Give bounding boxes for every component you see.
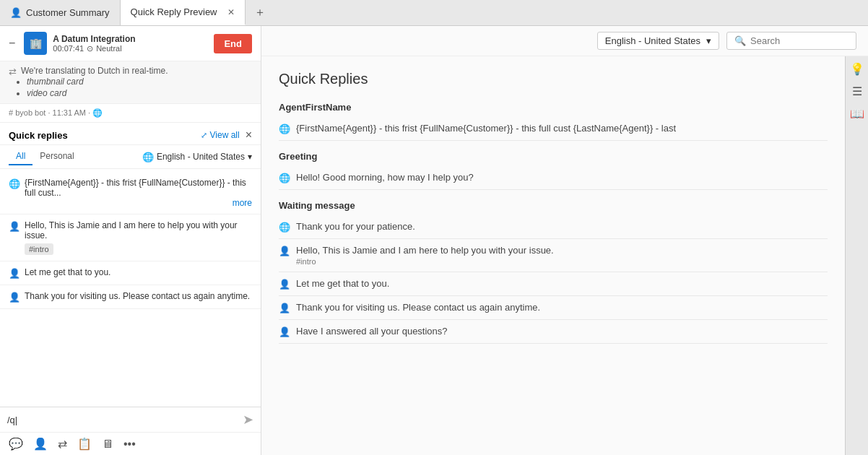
person-item-icon: 👤 <box>9 221 20 232</box>
search-input[interactable] <box>750 35 849 46</box>
globe-item-icon: 🌐 <box>9 178 20 189</box>
qr-item-text: 👤 Hello, This is Jamie and I am here to … <box>9 220 252 255</box>
qr-item[interactable]: 🌐 {FirstName{Agent}} - this frist {FullN… <box>0 172 261 214</box>
tab-customer-summary[interactable]: 👤 Customer Summary <box>0 0 121 25</box>
person-icon: 👤 <box>279 246 290 256</box>
qr-item[interactable]: 👤 Let me get that to you. <box>0 261 261 285</box>
chat-input-area: ➤ <box>0 407 261 432</box>
qr-item-content: Hello, This is Jamie and I am here to he… <box>25 220 252 255</box>
chat-header: − 🏢 A Datum Integration 00:07:41 ⊙ Neutr… <box>0 26 261 61</box>
globe-icon: 🌐 <box>279 173 290 183</box>
chat-toolbar: 💬 👤 ⇄ 📋 🖥 ••• <box>0 432 261 455</box>
section-item[interactable]: 👤 Hello, This is Jamie and I am here to … <box>279 239 828 272</box>
video-toolbar-icon[interactable]: 🖥 <box>102 438 113 451</box>
notes-toolbar-icon[interactable]: 📋 <box>77 437 92 451</box>
qr-item-label: Let me get that to you. <box>25 267 110 277</box>
sentiment-icon: ⊙ <box>87 44 93 53</box>
chat-input[interactable] <box>7 415 238 425</box>
chat-info: A Datum Integration 00:07:41 ⊙ Neutral <box>53 34 208 53</box>
section-item[interactable]: 🌐 Thank you for your patience. <box>279 215 828 239</box>
qr-item-label: Hello, This is Jamie and I am here to he… <box>25 220 238 240</box>
person-icon: 👤 <box>279 326 290 337</box>
qr-item[interactable]: 👤 Thank you for visiting us. Please cont… <box>0 285 261 309</box>
section-item[interactable]: 🌐 {FirstName{Agent}} - this frist {FullN… <box>279 117 828 141</box>
globe-icon: 🌐 <box>279 222 290 233</box>
section-item[interactable]: 👤 Have I answered all your questions? <box>279 320 828 344</box>
qr-item-content: {FirstName{Agent}} - this frist {FullNam… <box>25 178 252 208</box>
tab-add-button[interactable]: ＋ <box>246 0 274 25</box>
contacts-toolbar-icon[interactable]: 👤 <box>33 437 48 451</box>
qr-header: Quick replies ⤢ View all × <box>0 123 261 145</box>
chevron-down-icon: ▾ <box>248 152 252 162</box>
person-icon: 👤 <box>279 279 290 290</box>
tab-close-icon[interactable]: ✕ <box>227 7 235 17</box>
list-icon[interactable]: ☰ <box>852 84 862 98</box>
chat-avatar: 🏢 <box>24 32 47 55</box>
company-name: A Datum Integration <box>53 34 208 44</box>
globe-icon: 🌐 <box>142 152 154 162</box>
send-button[interactable]: ➤ <box>243 412 253 428</box>
lang-selector[interactable]: 🌐 English - United States ▾ <box>142 152 252 162</box>
qr-section-personal: 👤 Hello, This is Jamie and I am here to … <box>279 239 828 344</box>
qr-tag: #intro <box>25 243 53 255</box>
lang-dropdown-chevron: ▾ <box>706 35 711 46</box>
search-box: 🔍 <box>726 32 856 50</box>
left-panel: − 🏢 A Datum Integration 00:07:41 ⊙ Neutr… <box>0 26 261 455</box>
more-toolbar-icon[interactable]: ••• <box>123 438 136 451</box>
section-item-text: Thank you for your patience. <box>296 221 415 232</box>
lang-dropdown-label: English - United States <box>605 35 700 46</box>
qr-item-label: Thank you for visiting us. Please contac… <box>25 291 250 301</box>
section-item-text: Hello! Good morning, how may I help you? <box>296 172 474 183</box>
qr-item-text: 🌐 {FirstName{Agent}} - this frist {FullN… <box>9 178 252 208</box>
end-button[interactable]: End <box>214 34 252 53</box>
translation-content: We're translating to Dutch in real-time.… <box>21 66 168 99</box>
quick-replies-panel: Quick replies ⤢ View all × All Personal … <box>0 123 261 455</box>
section-header-waiting: Waiting message <box>279 200 828 211</box>
section-header-agentfirstname: AgentFirstName <box>279 102 828 113</box>
bot-message: # byob bot · 11:31 AM · 🌐 <box>0 104 261 123</box>
section-item-content: Hello, This is Jamie and I am here to he… <box>296 245 554 266</box>
qr-item-more[interactable]: more <box>25 198 252 208</box>
card-item-video: video card <box>27 87 168 99</box>
view-all-button[interactable]: ⤢ View all <box>201 130 240 140</box>
main-layout: − 🏢 A Datum Integration 00:07:41 ⊙ Neutr… <box>0 26 868 455</box>
section-item-text: Hello, This is Jamie and I am here to he… <box>296 245 554 256</box>
right-toolbar: English - United States ▾ 🔍 <box>261 26 868 56</box>
quick-replies-toolbar-icon[interactable]: 💬 <box>9 437 23 451</box>
tab-customer-summary-label: Customer Summary <box>26 7 110 18</box>
card-item-thumbnail: thumbnail card <box>27 76 168 87</box>
tab-all[interactable]: All <box>9 148 32 165</box>
section-item[interactable]: 👤 Let me get that to you. <box>279 272 828 296</box>
tab-personal[interactable]: Personal <box>32 148 81 165</box>
tab-bar: 👤 Customer Summary Quick Reply Preview ✕… <box>0 0 868 26</box>
chat-timer: 00:07:41 ⊙ Neutral <box>53 44 208 53</box>
book-icon[interactable]: 📖 <box>850 107 864 121</box>
translate-icon: ⇄ <box>9 66 17 77</box>
qr-item-text: 👤 Thank you for visiting us. Please cont… <box>9 291 252 303</box>
qr-section-waiting: Waiting message 🌐 Thank you for your pat… <box>279 200 828 239</box>
minimize-button[interactable]: − <box>9 37 15 50</box>
section-item[interactable]: 👤 Thank you for visiting us. Please cont… <box>279 296 828 320</box>
tab-quick-reply-preview-label: Quick Reply Preview <box>131 6 217 17</box>
card-list: thumbnail card video card <box>21 76 168 99</box>
section-item[interactable]: 🌐 Hello! Good morning, how may I help yo… <box>279 166 828 190</box>
translation-message: We're translating to Dutch in real-time. <box>21 66 168 76</box>
section-header-greeting: Greeting <box>279 151 828 162</box>
person-icon: 👤 <box>279 303 290 313</box>
lang-dropdown[interactable]: English - United States ▾ <box>597 32 719 50</box>
qr-close-button[interactable]: × <box>246 129 252 142</box>
lightbulb-icon[interactable]: 💡 <box>850 62 864 76</box>
timer-value: 00:07:41 <box>53 44 84 53</box>
section-item-text: Let me get that to you. <box>296 278 389 289</box>
person-item-icon: 👤 <box>9 268 20 279</box>
qr-panel-title: Quick replies <box>9 130 201 141</box>
qr-content-title: Quick Replies <box>279 71 828 87</box>
qr-item[interactable]: 👤 Hello, This is Jamie and I am here to … <box>0 214 261 261</box>
section-item-text: Have I answered all your questions? <box>296 326 448 337</box>
right-content: Quick Replies AgentFirstName 🌐 {FirstNam… <box>261 56 868 455</box>
qr-tab-group: All Personal <box>9 148 82 165</box>
qr-tabs: All Personal 🌐 English - United States ▾ <box>0 145 261 169</box>
viewall-label: View all <box>210 130 240 140</box>
transfer-toolbar-icon[interactable]: ⇄ <box>58 437 67 451</box>
tab-quick-reply-preview[interactable]: Quick Reply Preview ✕ <box>121 0 246 25</box>
